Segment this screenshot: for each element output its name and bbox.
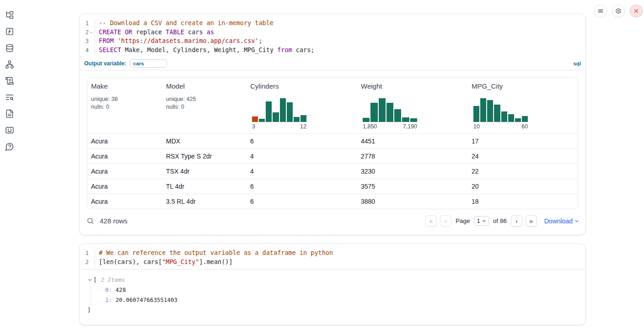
table-cell: 3575 (357, 179, 468, 194)
table-cell: RSX Type S 2dr (162, 149, 247, 164)
cylinders-histogram[interactable]: 3 12 (252, 98, 354, 130)
dependency-graph-icon[interactable] (5, 60, 15, 70)
table-cell: 17 (468, 134, 578, 148)
line-numbers: 1234 (80, 19, 95, 55)
column-header-model[interactable]: Model unique: 425 nulls: 0 (162, 78, 247, 133)
table-cell: Acura (87, 134, 162, 148)
search-icon[interactable] (86, 217, 94, 225)
table-cell: 4 (247, 149, 357, 164)
gear-icon (615, 8, 622, 14)
python-code[interactable]: # We can reference the output variable a… (95, 248, 585, 266)
snippets-icon[interactable] (5, 126, 15, 136)
page-label: Page (456, 217, 470, 224)
table-row[interactable]: AcuraRSX Type S 2dr4277824 (87, 148, 578, 164)
table-cell: 3.5 RL 4dr (162, 194, 247, 209)
close-bracket: ] (87, 305, 578, 315)
documentation-icon[interactable] (5, 109, 15, 119)
items-count: 2 Items (101, 275, 125, 285)
table-row[interactable]: Acura3.5 RL 4dr6388018 (87, 194, 578, 209)
page-select[interactable]: 1 (474, 216, 488, 226)
column-header-cylinders[interactable]: Cylinders 3 12 (247, 78, 357, 133)
table-cell: 22 (468, 164, 578, 179)
mpg-city-histogram[interactable]: 10 60 (473, 98, 575, 130)
python-cell: 12 # We can reference the output variabl… (79, 243, 586, 325)
table-cell: Acura (87, 179, 162, 194)
output-variable-row: Output variable: sql (80, 58, 585, 70)
table-footer: 428 rows « ‹ Page 1 of 86 › » Download (80, 209, 585, 235)
output-variable-input[interactable] (130, 59, 167, 68)
table-cell: 4451 (357, 134, 468, 148)
column-header-mpg-city[interactable]: MPG_City 10 60 (468, 78, 578, 133)
open-bracket: [ (93, 275, 97, 285)
table-cell: 2778 (357, 149, 468, 164)
table-cell: TL 4dr (162, 179, 247, 194)
table-cell: Acura (87, 164, 162, 179)
table-cell: 3230 (357, 164, 468, 179)
hist-min-label: 3 (252, 123, 255, 130)
table-cell: Acura (87, 149, 162, 164)
tree-entries: 0: 428 1: 20.060747663551403 (91, 285, 578, 305)
logs-search-icon[interactable] (5, 93, 15, 103)
table-cell: 6 (247, 179, 357, 194)
output-variable-label: Output variable: (84, 60, 126, 67)
page-total-label: of 86 (493, 217, 507, 224)
table-cell: 18 (468, 194, 578, 209)
sql-cell: 1234 -- Download a CSV and create an in-… (79, 14, 586, 235)
sidebar (0, 0, 21, 333)
prev-page-button[interactable]: ‹ (440, 215, 451, 227)
download-button[interactable]: Download (544, 217, 579, 225)
next-page-button[interactable]: › (511, 215, 522, 227)
python-editor[interactable]: 12 # We can reference the output variabl… (80, 244, 585, 269)
file-tree-icon[interactable] (5, 11, 15, 21)
chevron-down-icon (482, 219, 486, 223)
tree-collapse-icon[interactable] (87, 277, 93, 283)
table-row[interactable]: AcuraTL 4dr6357520 (87, 179, 578, 194)
weight-histogram[interactable]: 1,850 7,190 (363, 98, 465, 130)
table-cell: 3880 (357, 194, 468, 209)
table-header: Make unique: 38 nulls: 0 Model unique: 4… (87, 78, 578, 133)
column-header-weight[interactable]: Weight 1,850 7,190 (357, 78, 468, 133)
chevron-down-icon (574, 219, 579, 223)
table-body: AcuraMDX6445117AcuraRSX Type S 2dr427782… (87, 133, 578, 209)
table-cell: 6 (247, 134, 357, 148)
table-cell: 24 (468, 149, 578, 164)
table-cell: TSX 4dr (162, 164, 247, 179)
sql-editor[interactable]: 1234 -- Download a CSV and create an in-… (80, 14, 585, 58)
table-row[interactable]: AcuraTSX 4dr4323022 (87, 164, 578, 179)
table-cell: 6 (247, 194, 357, 209)
pagination: « ‹ Page 1 of 86 › » (425, 215, 537, 227)
cell-output: [ 2 Items 0: 428 1: 20.060747663551403 ] (80, 269, 585, 325)
function-variables-icon[interactable] (5, 27, 15, 37)
last-page-button[interactable]: » (526, 215, 537, 227)
table-cell: Acura (87, 194, 162, 209)
column-summary: unique: 38 nulls: 0 (91, 95, 160, 111)
hamburger-icon (597, 8, 604, 14)
sql-code[interactable]: -- Download a CSV and create an in-memor… (95, 19, 585, 55)
menu-button[interactable] (594, 5, 607, 17)
line-numbers: 12 (80, 248, 95, 266)
table-cell: 20 (468, 179, 578, 194)
scratchpad-icon[interactable] (5, 76, 15, 86)
column-header-make[interactable]: Make unique: 38 nulls: 0 (87, 78, 162, 133)
column-summary: unique: 425 nulls: 0 (166, 95, 244, 111)
hist-min-label: 10 (473, 123, 480, 130)
table-cell: MDX (162, 134, 247, 148)
tree-entry[interactable]: 1: 20.060747663551403 (105, 295, 578, 305)
tree-entry[interactable]: 0: 428 (105, 285, 578, 295)
rows-count: 428 rows (100, 217, 128, 225)
hist-max-label: 12 (300, 123, 306, 130)
datasources-icon[interactable] (5, 43, 15, 53)
settings-button[interactable] (612, 5, 625, 17)
help-icon[interactable] (5, 142, 15, 152)
data-table: Make unique: 38 nulls: 0 Model unique: 4… (87, 77, 578, 209)
hist-max-label: 7,190 (403, 123, 417, 130)
hist-max-label: 60 (521, 123, 528, 130)
language-badge[interactable]: sql (573, 61, 581, 66)
close-icon (633, 8, 639, 14)
first-page-button[interactable]: « (425, 215, 437, 227)
table-row[interactable]: AcuraMDX6445117 (87, 133, 578, 148)
shutdown-button[interactable] (630, 5, 643, 17)
hist-min-label: 1,850 (363, 123, 377, 130)
table-cell: 4 (247, 164, 357, 179)
